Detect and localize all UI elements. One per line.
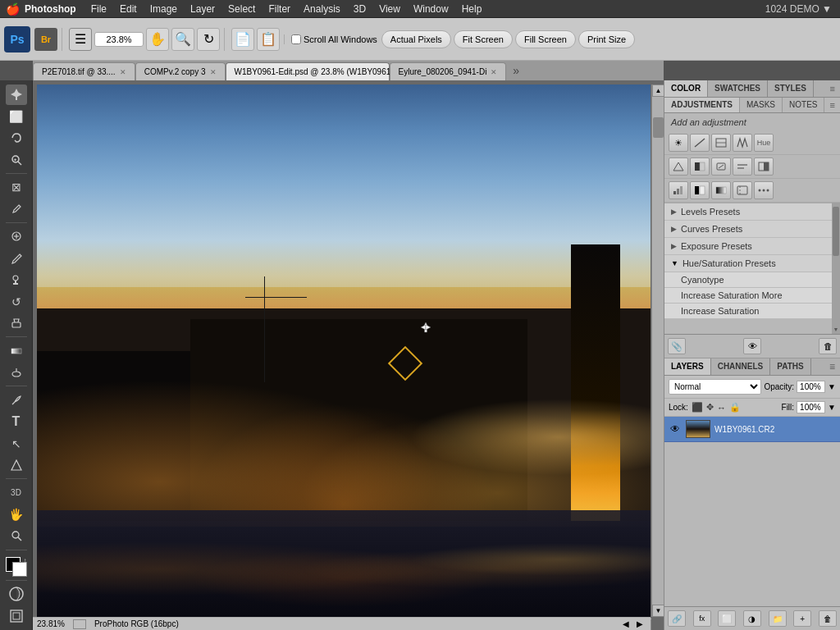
canvas-area[interactable]: ▼ ▲ ◀ ▶ 23.81% ProPhoto RGB (16bpc) ◀ ▶: [33, 80, 664, 630]
adj-icon-threshold[interactable]: [690, 181, 710, 199]
vscroll-up-btn[interactable]: ▲: [652, 84, 664, 97]
menu-layer[interactable]: Layer: [184, 0, 221, 18]
layers-tab-paths[interactable]: PATHS: [770, 358, 810, 375]
tab-3[interactable]: Eylure_080206_0941-Di ✕: [390, 62, 507, 80]
menu-help[interactable]: Help: [455, 0, 489, 18]
layers-tab-channels[interactable]: CHANNELS: [711, 358, 771, 375]
swap-colors-icon[interactable]: ↕: [24, 557, 27, 564]
status-prev-btn[interactable]: ◀: [623, 619, 632, 629]
menu-filter[interactable]: Filter: [262, 0, 297, 18]
healing-brush-tool[interactable]: [6, 226, 27, 247]
tab-color[interactable]: COLOR: [664, 80, 708, 97]
scroll-all-windows-check[interactable]: Scroll All Windows: [284, 34, 377, 44]
adj-icon-brightness[interactable]: ☀: [669, 134, 688, 152]
marquee-tool[interactable]: ⬜: [6, 107, 27, 127]
menu-window[interactable]: Window: [407, 0, 455, 18]
adj-icon-colorbalance[interactable]: [669, 158, 688, 176]
adj-tab-notes[interactable]: NOTES: [783, 98, 824, 112]
clone-stamp-tool[interactable]: [6, 270, 27, 290]
doc-icon-2[interactable]: 📋: [257, 28, 280, 51]
adj-btn-clip[interactable]: 📎: [668, 338, 686, 354]
layer-item-0[interactable]: 👁 W1BY0961.CR2: [664, 417, 840, 442]
bridge-icon[interactable]: Br: [34, 28, 57, 51]
lock-all-icon[interactable]: 🔒: [729, 402, 741, 413]
crop-tool[interactable]: ⊠: [6, 177, 27, 198]
menu-file[interactable]: File: [84, 0, 113, 18]
adj-btn-eye[interactable]: 👁: [743, 338, 761, 354]
adj-icon-invert[interactable]: [754, 158, 774, 176]
adj-scroll-thumb[interactable]: [833, 207, 839, 256]
move-tool[interactable]: [6, 84, 27, 105]
layers-btn-group[interactable]: 📁: [769, 610, 787, 627]
top-panel-menu[interactable]: ≡: [825, 80, 840, 97]
fill-screen-button[interactable]: Fill Screen: [515, 30, 576, 48]
tab-0-close[interactable]: ✕: [120, 68, 126, 76]
lasso-tool[interactable]: [6, 128, 27, 148]
tab-1[interactable]: COMPv.2 copy 3 ✕: [135, 62, 226, 80]
adj-icon-gradmap[interactable]: [711, 181, 731, 199]
actual-pixels-button[interactable]: Actual Pixels: [381, 30, 451, 48]
blend-mode-select[interactable]: Normal: [669, 379, 761, 395]
hand-tool-left[interactable]: 🖐: [6, 504, 27, 525]
adj-btn-trash[interactable]: 🗑: [819, 338, 837, 354]
opacity-stepper[interactable]: ▼: [828, 382, 836, 391]
screen-mode-button[interactable]: [6, 606, 27, 627]
menu-analysis[interactable]: Analysis: [297, 0, 347, 18]
menu-edit[interactable]: Edit: [113, 0, 144, 18]
layers-btn-delete[interactable]: 🗑: [819, 610, 837, 627]
adj-icon-curves[interactable]: [690, 134, 710, 152]
layer-vis-0[interactable]: 👁: [669, 422, 682, 436]
lock-pixels-icon[interactable]: ⬛: [692, 402, 703, 413]
adj-item-levels[interactable]: ▶ Levels Presets: [664, 203, 832, 221]
scroll-all-windows-checkbox[interactable]: [291, 34, 301, 44]
tab-3-close[interactable]: ✕: [491, 68, 497, 76]
vscroll-thumb[interactable]: [653, 117, 664, 138]
adj-panel-menu[interactable]: ≡: [825, 98, 840, 112]
adj-sub-satmore[interactable]: Increase Saturation More: [664, 288, 832, 304]
layers-btn-adj[interactable]: ◑: [743, 610, 761, 627]
adj-icon-bw[interactable]: [690, 158, 710, 176]
tab-1-close[interactable]: ✕: [210, 68, 217, 76]
layers-btn-mask[interactable]: ⬜: [718, 610, 736, 627]
tab-styles[interactable]: STYLES: [768, 80, 814, 97]
tab-overflow-button[interactable]: »: [506, 61, 526, 80]
adj-sub-sat[interactable]: Increase Saturation: [664, 304, 832, 319]
menu-3d[interactable]: 3D: [347, 0, 372, 18]
layers-panel-menu[interactable]: ≡: [824, 358, 840, 375]
opacity-input[interactable]: [797, 381, 825, 393]
adj-scroll-down[interactable]: ▼: [832, 324, 840, 334]
rotate-tool-icon[interactable]: ↻: [197, 28, 220, 51]
zoom-tool-left[interactable]: [6, 526, 27, 546]
view-tool-icon[interactable]: ☰: [69, 28, 92, 51]
adj-icon-more[interactable]: [754, 181, 774, 199]
text-tool[interactable]: T: [6, 412, 27, 432]
tab-swatches[interactable]: SWATCHES: [708, 80, 768, 97]
lock-art-icon[interactable]: ↔: [717, 403, 726, 413]
fit-screen-button[interactable]: Fit Screen: [454, 30, 513, 48]
layers-btn-link[interactable]: 🔗: [668, 610, 686, 627]
fill-input[interactable]: [797, 401, 825, 413]
tab-0[interactable]: P2E7018.tif @ 33.... ✕: [33, 62, 135, 80]
adj-icon-exposure[interactable]: [711, 134, 731, 152]
print-size-button[interactable]: Print Size: [578, 30, 635, 48]
adj-tab-masks[interactable]: MASKS: [740, 98, 783, 112]
menu-image[interactable]: Image: [144, 0, 184, 18]
status-next-btn[interactable]: ▶: [637, 619, 646, 629]
brush-tool[interactable]: [6, 248, 27, 268]
adj-icon-selectivecolor[interactable]: [733, 181, 752, 199]
layers-btn-new[interactable]: +: [793, 610, 811, 627]
color-swatches[interactable]: ↕: [6, 557, 27, 578]
vscroll-down-btn[interactable]: ▼: [652, 605, 664, 617]
apple-logo[interactable]: 🍎: [0, 2, 25, 16]
canvas-vscroll[interactable]: ▼ ▲: [651, 84, 664, 617]
adj-scroll-track[interactable]: ▼: [832, 203, 840, 334]
adj-icon-posterize[interactable]: [669, 181, 688, 199]
dodge-tool[interactable]: [6, 363, 27, 383]
3d-tool[interactable]: 3D: [6, 482, 27, 503]
eyedropper-tool[interactable]: [6, 199, 27, 219]
adj-tab-adjustments[interactable]: ADJUSTMENTS: [664, 98, 740, 112]
hand-tool-icon[interactable]: ✋: [146, 28, 169, 51]
adj-icon-hue[interactable]: Hue: [754, 134, 774, 152]
adj-icon-vibrance[interactable]: [733, 134, 752, 152]
shape-tool[interactable]: [6, 455, 27, 476]
